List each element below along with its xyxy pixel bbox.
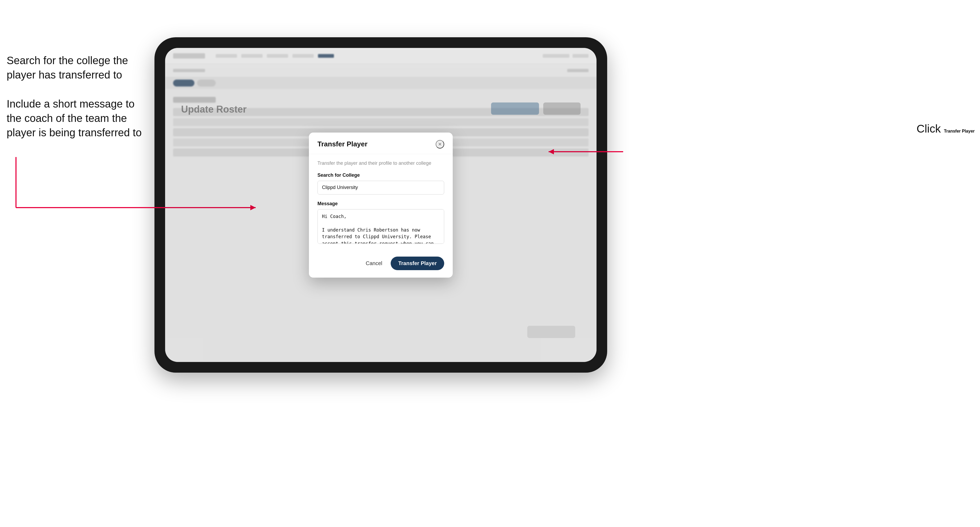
ipad-screen: Update Roster Transfer Player × Transfer… [165,48,597,362]
right-annotation: Click Transfer Player [916,122,975,135]
modal-title: Transfer Player [317,140,368,148]
search-college-label: Search for College [317,173,444,178]
transfer-player-button[interactable]: Transfer Player [391,257,444,270]
search-college-input[interactable] [317,181,444,195]
left-annotation: Search for the college the player has tr… [7,53,148,154]
ipad-frame: Update Roster Transfer Player × Transfer… [154,37,607,373]
modal-header: Transfer Player × [309,133,453,154]
modal-body: Transfer the player and their profile to… [309,154,453,251]
modal-footer: Cancel Transfer Player [309,251,453,278]
cancel-button[interactable]: Cancel [361,258,387,269]
transfer-player-modal: Transfer Player × Transfer the player an… [309,133,453,278]
modal-subtitle: Transfer the player and their profile to… [317,160,444,166]
annotation-message-text: Include a short message to the coach of … [7,97,148,140]
modal-close-button[interactable]: × [436,140,444,149]
message-label: Message [317,201,444,206]
annotation-search-text: Search for the college the player has tr… [7,53,148,82]
annotation-click-prefix: Click [916,122,944,135]
modal-overlay: Transfer Player × Transfer the player an… [165,48,597,362]
annotation-transfer-player-bold: Transfer Player [944,129,975,133]
message-textarea[interactable]: Hi Coach, I understand Chris Robertson h… [317,209,444,244]
